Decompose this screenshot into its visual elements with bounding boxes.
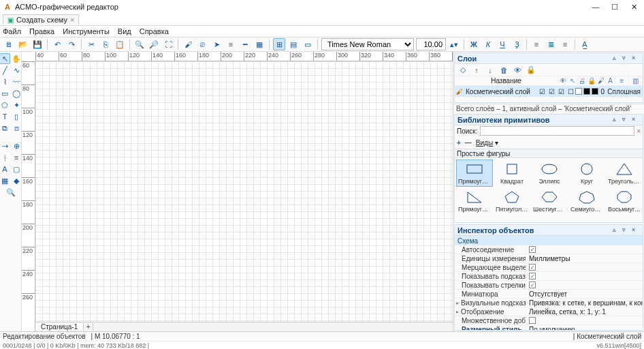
align-center-button[interactable]: ≣ [545,38,557,50]
paste-button[interactable]: 📋 [114,38,126,50]
property-row[interactable]: Множественное добавле [455,316,643,325]
undo-button[interactable]: ↶ [51,38,63,50]
maximize-button[interactable]: ☐ [607,3,622,12]
eyedropper-icon[interactable]: ⎚ [196,38,208,50]
layer-fill-swatch[interactable] [575,88,582,95]
spline-tool[interactable]: 〰 [11,76,22,87]
shape-2[interactable]: Эллипс [531,160,568,187]
size-up-icon[interactable]: ▴▾ [448,38,460,50]
align-tool[interactable]: ≡ [11,152,22,163]
menu-file[interactable]: Файл [3,27,21,35]
panel-close-icon[interactable]: ▿ [622,55,630,63]
strike-button[interactable]: Ҙ [511,38,523,50]
shapes-accordion[interactable]: Простые фигуры [455,149,643,158]
panel-collapse-icon[interactable]: ▵ [613,116,621,124]
shape-8[interactable]: Семиугольник [568,187,605,215]
new-button[interactable]: 🗎 [3,38,15,50]
layer-lock-icon[interactable]: 🔒 [525,64,537,76]
property-row[interactable]: Показывать подсказки ф✓ [455,272,643,281]
font-a-tool[interactable]: A [0,164,10,174]
minimize-button[interactable]: — [588,3,603,12]
rect-tool[interactable]: ▭ [0,88,10,99]
views-label[interactable]: Виды ▾ [476,139,498,147]
drawing-canvas[interactable] [35,61,453,322]
line-style-icon[interactable]: ━ [239,38,251,50]
fill-icon[interactable]: ▦ [253,38,265,50]
remove-lib-button[interactable]: — [465,139,472,147]
ellipse-tool[interactable]: ◯ [11,88,22,99]
align-left-button[interactable]: ≡ [530,38,543,50]
menu-tools[interactable]: Инструменты [63,27,110,35]
panel-close-icon[interactable]: ▿ [622,226,630,234]
property-row[interactable]: МиниатюраОтсутствует [455,290,643,299]
document-tab[interactable]: ▣ Создать схему × [3,14,79,25]
star-tool[interactable]: ✦ [11,100,22,110]
layer-add-icon[interactable]: ◇ [457,64,469,76]
lines-icon[interactable]: ≡ [225,38,237,50]
font-size-input[interactable] [416,38,446,50]
panel-collapse-icon[interactable]: ▵ [613,226,621,234]
layer-down-icon[interactable]: ↓ [484,64,496,76]
layer-stroke-swatch2[interactable] [592,88,598,95]
group-tool[interactable]: ⧉ [0,123,10,134]
anchor-tool[interactable]: ⊕ [11,140,22,151]
menu-help[interactable]: Справка [140,27,169,35]
property-row[interactable]: ▸ОтображениеЛинейка, сетка, x: 1, y: 1 [455,307,643,316]
close-button[interactable]: ✕ [626,3,641,12]
snap-button[interactable]: ▤ [287,38,300,50]
menu-edit[interactable]: Правка [29,27,54,35]
layer-up-icon[interactable]: ↑ [470,64,483,76]
zoom-tool[interactable]: 🔍 [5,187,16,198]
italic-button[interactable]: К [482,38,494,50]
shape-7[interactable]: Шестиуголь... [531,187,568,215]
zoom-in-button[interactable]: 🔍 [133,38,146,50]
bold-button[interactable]: Ж [468,38,480,50]
text-color-button[interactable]: A̲ [579,38,591,50]
polygon-tool[interactable]: ⬠ [0,100,10,110]
add-lib-button[interactable]: + [457,139,461,147]
shape-6[interactable]: Пятиугольник [494,187,530,215]
line-tool[interactable]: ╱ [0,65,10,76]
shape-1[interactable]: Квадрат [494,160,530,187]
brush-icon[interactable]: 🖌 [182,38,194,50]
curve-tool[interactable]: ∿ [11,65,22,76]
grid-toggle-button[interactable]: ⊞ [273,38,285,50]
redo-button[interactable]: ↷ [65,38,78,50]
panel-close-icon[interactable]: ▿ [622,116,630,124]
save-button[interactable]: 💾 [31,38,44,50]
clear-search-icon[interactable]: × [637,127,641,135]
shape-4[interactable]: Треугольник [606,160,643,187]
measure-tool[interactable]: ⟊ [0,152,10,163]
open-button[interactable]: 📂 [17,38,29,50]
property-row[interactable]: ▸Визуальные подсказкиПривязка: к сетке, … [455,299,643,307]
select-tool[interactable]: ↖ [0,53,10,64]
ungroup-tool[interactable]: ⧈ [11,123,22,134]
table-tool[interactable]: ▦ [0,175,10,186]
property-row[interactable]: Показывать стрелки✓ [455,281,643,290]
property-row[interactable]: Автосоединение✓ [455,245,643,254]
panel-collapse-icon[interactable]: ▵ [613,55,621,63]
primitive-search-input[interactable] [480,126,635,136]
shape-0[interactable]: Прямоуголь... [456,160,493,187]
polyline-tool[interactable]: ⌇ [0,76,10,87]
font-family-select[interactable]: Times New Roman [321,38,414,50]
tab-close-icon[interactable]: × [70,16,74,24]
layer-visible-icon[interactable]: 👁 [511,64,524,76]
zoom-out-button[interactable]: 🔎 [148,38,160,50]
zoom-fit-button[interactable]: ⛶ [162,38,174,50]
property-row[interactable]: Единицы измеренияМиллиметры [455,254,643,263]
panel-x-icon[interactable]: × [632,116,640,124]
connector-tool[interactable]: ⇢ [0,140,10,151]
layer-row[interactable]: 🖌 Косметический слой ☑ ☑ ☑ ☐ 0 Сплошная [455,86,643,97]
panel-x-icon[interactable]: × [632,226,640,234]
image-tool[interactable]: ▯ [11,111,22,122]
add-page-button[interactable]: + [84,323,93,331]
underline-button[interactable]: Ч [496,38,509,50]
copy-button[interactable]: ⎘ [99,38,112,50]
hand-tool[interactable]: ✋ [11,53,22,64]
property-row[interactable]: Мерцающее выделение✓ [455,263,643,272]
layer-del-icon[interactable]: 🗑 [498,64,510,76]
property-row[interactable]: Размерный стильПо умолчанию [455,325,643,330]
shape-9[interactable]: Восьмиуголь... [606,187,643,215]
shape-tool[interactable]: ◆ [11,175,22,186]
